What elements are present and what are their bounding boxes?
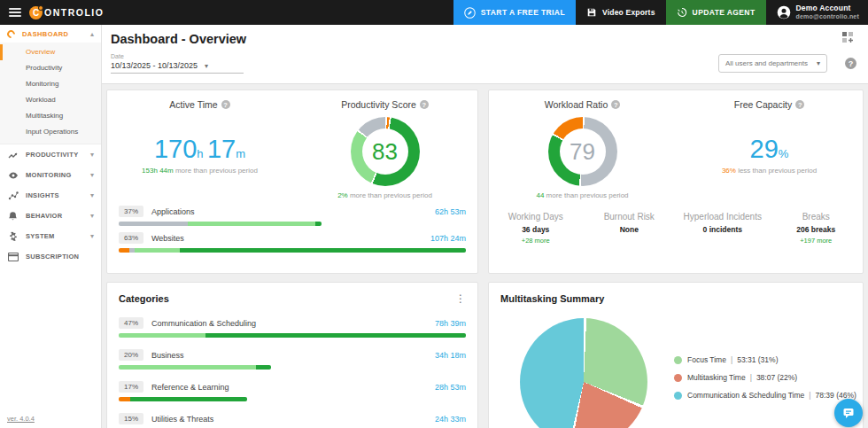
controlio-logo[interactable]: C ONTROLIO xyxy=(29,6,104,19)
kebab-menu-icon[interactable]: ⋮ xyxy=(455,294,466,303)
caret-down-icon: ▾ xyxy=(205,62,208,70)
dashboard-c-icon xyxy=(5,28,17,40)
help-icon[interactable]: ? xyxy=(611,100,620,109)
productivity-score-delta: 2% more than previous period xyxy=(337,191,432,199)
account-email: demo@controlio.net xyxy=(796,13,859,21)
websites-row: 63% Websites 107h 24m xyxy=(107,232,477,253)
category-row: 20% Business 34h 18m xyxy=(107,349,477,370)
legend-dot xyxy=(674,374,682,382)
workload-ratio-donut: 79 xyxy=(548,117,617,186)
sidebar-section-behavior[interactable]: BEHAVIOR ▾ xyxy=(0,206,101,226)
subscription-card-icon xyxy=(7,251,19,262)
version-link[interactable]: ver. 4.0.4 xyxy=(7,415,35,423)
workload-stats-row: Working Days 36 days +28 more Burnout Ri… xyxy=(489,212,863,245)
categories-card: Categories ⋮ 47% Communication & Schedul… xyxy=(106,282,478,428)
productivity-score-value: 83 xyxy=(372,138,398,166)
workload-ratio-title: Workload Ratio? xyxy=(545,99,621,110)
hyperload-incidents-stat: Hyperload Incidents 0 incidents xyxy=(676,212,770,245)
sidebar-item-multitasking[interactable]: Multitasking xyxy=(0,108,101,124)
date-range-picker[interactable]: 10/13/2025 - 10/13/2025▾ xyxy=(111,61,244,74)
legend-dot xyxy=(674,392,682,400)
category-label: Reference & Learning xyxy=(151,383,229,392)
applications-row: 37% Applications 62h 53m xyxy=(107,206,477,226)
sidebar: DASHBOARD ▴ Overview Productivity Monito… xyxy=(0,25,102,428)
user-avatar-icon xyxy=(777,5,791,19)
active-time-card: Active Time? 170h 17m 153h 44m more than… xyxy=(106,89,478,274)
active-time-title: Active Time? xyxy=(169,99,229,110)
video-exports-button[interactable]: Video Exports xyxy=(576,0,666,25)
start-free-trial-button[interactable]: START A FREE TRIAL xyxy=(453,0,576,25)
insights-icon xyxy=(7,190,19,201)
help-icon[interactable]: ? xyxy=(845,58,856,69)
update-refresh-icon xyxy=(677,7,687,18)
category-percent-badge: 47% xyxy=(119,317,143,329)
bell-icon xyxy=(7,210,19,222)
chat-bubble-icon xyxy=(842,407,855,419)
sidebar-item-overview[interactable]: Overview xyxy=(0,44,101,60)
users-departments-select[interactable]: All users and departments ▾ xyxy=(718,54,827,73)
category-row: 17% Reference & Learning 28h 53m xyxy=(107,381,477,401)
legend-item-multitasking-time: Multitasking Time|38:07 (22%) xyxy=(674,373,856,382)
workload-ratio-card: Workload Ratio? 79 44 more than previous… xyxy=(488,89,864,274)
applications-percent-badge: 37% xyxy=(119,206,143,217)
category-percent-badge: 17% xyxy=(119,381,143,393)
account-menu[interactable]: Demo Account demo@controlio.net xyxy=(766,0,868,25)
sidebar-section-productivity[interactable]: PRODUCTIVITY ▾ xyxy=(0,144,101,165)
breaks-stat: Breaks 206 breaks +197 more xyxy=(770,212,864,245)
applications-bar xyxy=(119,222,322,226)
categories-title: Categories xyxy=(119,293,169,304)
chevron-up-icon: ▴ xyxy=(90,30,94,38)
category-value: 34h 18m xyxy=(435,351,466,360)
multitasking-pie-chart xyxy=(520,318,647,428)
top-bar: C ONTROLIO START A FREE TRIAL Video Expo… xyxy=(0,0,868,25)
hamburger-menu-icon[interactable] xyxy=(9,8,21,17)
sidebar-item-monitoring-sub[interactable]: Monitoring xyxy=(0,76,101,92)
category-percent-badge: 20% xyxy=(119,349,143,361)
page-title: Dashboard - Overview xyxy=(111,32,246,46)
category-bar xyxy=(119,365,271,370)
sidebar-item-dashboard[interactable]: DASHBOARD ▴ xyxy=(0,25,101,43)
trending-up-icon xyxy=(7,149,19,160)
category-bar xyxy=(119,397,247,401)
sidebar-item-workload[interactable]: Workload xyxy=(0,92,101,108)
help-icon[interactable]: ? xyxy=(795,100,804,109)
category-label: Utilities & Threats xyxy=(151,415,213,424)
category-percent-badge: 15% xyxy=(119,413,143,424)
category-label: Communication & Scheduling xyxy=(151,319,256,328)
update-agent-button[interactable]: UPDATE AGENT xyxy=(666,0,766,25)
logo-c-icon: C xyxy=(29,6,43,19)
date-label: Date xyxy=(111,53,124,59)
sidebar-section-insights[interactable]: INSIGHTS ▾ xyxy=(0,185,101,206)
sidebar-section-system[interactable]: SYSTEM ▾ xyxy=(0,226,101,246)
legend-dot xyxy=(674,356,682,364)
chevron-down-icon: ▾ xyxy=(90,171,94,179)
help-icon[interactable]: ? xyxy=(420,100,429,109)
workload-ratio-delta: 44 more than previous period xyxy=(536,191,628,199)
chevron-down-icon: ▾ xyxy=(90,232,94,240)
free-capacity-title: Free Capacity? xyxy=(734,99,804,110)
help-icon[interactable]: ? xyxy=(221,100,230,109)
chevron-down-icon: ▾ xyxy=(90,191,94,199)
category-label: Business xyxy=(151,351,184,360)
websites-label: Websites xyxy=(151,234,184,243)
sidebar-item-input-operations[interactable]: Input Operations xyxy=(0,124,101,140)
add-widget-icon[interactable] xyxy=(841,31,854,47)
dashboard-label: DASHBOARD xyxy=(22,30,90,38)
active-time-delta: 153h 44m more than previous period xyxy=(142,167,258,175)
pencil-icon xyxy=(464,7,476,19)
sidebar-section-monitoring[interactable]: MONITORING ▾ xyxy=(0,165,101,185)
category-row: 15% Utilities & Threats 24h 33m xyxy=(107,413,477,428)
start-free-trial-label: START A FREE TRIAL xyxy=(481,8,565,17)
sidebar-item-productivity-sub[interactable]: Productivity xyxy=(0,60,101,76)
multitasking-legend: Focus Time|53:31 (31%) Multitasking Time… xyxy=(674,355,856,400)
applications-value: 62h 53m xyxy=(435,207,466,216)
chat-button[interactable] xyxy=(834,399,863,427)
video-exports-label: Video Exports xyxy=(602,8,655,17)
active-time-value: 170h 17m xyxy=(154,136,245,162)
legend-item-communication-time: Communication & Scheduling Time|78:39 (4… xyxy=(674,391,856,400)
applications-label: Applications xyxy=(151,207,195,216)
chevron-down-icon: ▾ xyxy=(90,151,94,159)
sidebar-section-subscription[interactable]: SUBSCRIPTION xyxy=(0,246,101,267)
save-icon xyxy=(586,7,597,18)
category-value: 28h 53m xyxy=(435,383,466,392)
